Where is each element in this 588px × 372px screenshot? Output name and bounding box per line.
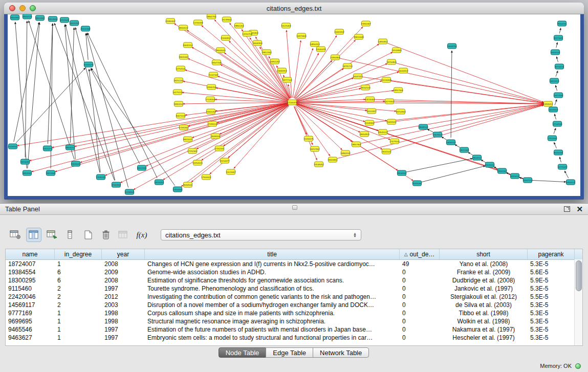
- network-canvas[interactable]: 1724047618563921185641239652441185140049…: [8, 14, 580, 196]
- table-row[interactable]: 2242004622012Investigating the contribut…: [6, 293, 582, 301]
- graph-node[interactable]: 15894102: [446, 140, 456, 145]
- column-header-name[interactable]: name: [6, 249, 55, 259]
- column-header-in_degree[interactable]: in_degree: [55, 249, 102, 259]
- graph-node[interactable]: 18791713: [342, 63, 353, 69]
- graph-node[interactable]: 18648102: [418, 124, 428, 129]
- graph-node[interactable]: 19013442: [46, 170, 56, 176]
- graph-node[interactable]: 14153012: [548, 107, 558, 112]
- graph-node[interactable]: 18545122: [378, 129, 388, 135]
- graph-node[interactable]: 17162001: [214, 146, 225, 151]
- graph-node[interactable]: 16864102: [340, 150, 351, 156]
- graph-node[interactable]: 19743903: [391, 48, 402, 53]
- table-row[interactable]: 1872400712008Changes of HCN gene express…: [6, 260, 582, 268]
- window-titlebar[interactable]: citations_edges.txt: [4, 3, 584, 14]
- graph-node[interactable]: 17679107: [432, 132, 443, 137]
- graph-node[interactable]: 18044501: [397, 170, 407, 176]
- column-header-year[interactable]: year: [102, 249, 145, 259]
- zoom-window-button[interactable]: [30, 5, 36, 11]
- graph-node[interactable]: 20671133: [176, 113, 186, 118]
- graph-node[interactable]: 15134409: [381, 77, 391, 82]
- graph-node[interactable]: 19812302: [262, 50, 272, 55]
- graph-node[interactable]: 16463202: [334, 29, 344, 34]
- table-row[interactable]: 1830029562008Estimation of significance …: [6, 276, 582, 285]
- graph-node[interactable]: 18063801: [328, 157, 338, 162]
- graph-node[interactable]: 18251202: [173, 78, 184, 83]
- graph-node[interactable]: 12264058: [193, 20, 203, 25]
- graph-node[interactable]: 16139604: [222, 17, 232, 22]
- graph-node[interactable]: 18254201: [154, 180, 164, 185]
- graph-node[interactable]: 22048302: [364, 120, 375, 125]
- graph-node[interactable]: 15301202: [206, 109, 216, 114]
- graph-node[interactable]: 18420401: [179, 54, 189, 59]
- graph-node[interactable]: 21850307: [361, 21, 371, 26]
- graph-node[interactable]: 15123407: [226, 169, 236, 174]
- memory-status-icon[interactable]: [575, 363, 581, 369]
- table-row[interactable]: 977716911998Corpus callosum shape and si…: [6, 309, 582, 317]
- graph-node[interactable]: 9034501: [183, 182, 192, 187]
- table-scrollbar-thumb[interactable]: [576, 260, 582, 291]
- graph-node[interactable]: 16775022: [557, 164, 568, 169]
- graph-node[interactable]: 18044024: [215, 48, 226, 53]
- graph-node[interactable]: 18011021: [183, 137, 193, 142]
- graph-node[interactable]: 19099202: [210, 134, 221, 139]
- graph-node[interactable]: 9612355: [137, 165, 146, 170]
- graph-node[interactable]: 22060814: [221, 35, 231, 40]
- graph-node[interactable]: 14275122: [172, 90, 183, 95]
- graph-node[interactable]: 18564123: [22, 14, 32, 19]
- minimize-window-button[interactable]: [19, 5, 26, 11]
- graph-node[interactable]: 21247447: [208, 72, 219, 77]
- graph-node[interactable]: 9245033: [554, 150, 563, 155]
- graph-node[interactable]: 19055022: [71, 161, 81, 166]
- graph-node[interactable]: 18610049: [354, 34, 364, 39]
- graph-node[interactable]: 14850812: [378, 39, 388, 44]
- graph-node[interactable]: 9154201: [557, 21, 567, 26]
- table-row[interactable]: 1456911722003Disruption of a novel membe…: [6, 301, 582, 309]
- graph-node[interactable]: 9274413: [555, 64, 564, 69]
- graph-node[interactable]: 15510102: [42, 146, 53, 151]
- graph-node[interactable]: 9245012: [510, 173, 519, 179]
- graph-node[interactable]: 18563921: [10, 15, 20, 20]
- column-header-title[interactable]: title: [145, 249, 400, 259]
- graph-node[interactable]: 20531942: [80, 26, 91, 31]
- graph-node[interactable]: 18554913: [359, 132, 369, 137]
- graph-node[interactable]: 18957504: [393, 87, 403, 93]
- graph-node[interactable]: 19448794: [447, 43, 457, 49]
- graph-node[interactable]: 15958412: [543, 101, 553, 106]
- graph-node[interactable]: 12254703: [242, 31, 252, 36]
- graph-node[interactable]: 10973403: [296, 33, 307, 38]
- graph-node[interactable]: 9454301: [23, 170, 32, 176]
- graph-node[interactable]: 17504022: [201, 174, 211, 180]
- graph-node[interactable]: 18777102: [282, 77, 292, 82]
- graph-node[interactable]: 13216402: [365, 97, 375, 102]
- table-selector-dropdown[interactable]: citations_edges.txt ▲▼: [161, 229, 361, 240]
- new-table-icon[interactable]: [81, 228, 95, 242]
- table-row[interactable]: 946362711997Embryonic stem cells: a mode…: [6, 334, 582, 342]
- graph-node[interactable]: 22084402: [165, 18, 176, 24]
- graph-node[interactable]: 19861204: [234, 23, 244, 28]
- graph-node[interactable]: 17240476: [287, 100, 297, 105]
- graph-node[interactable]: 20165073: [83, 62, 94, 67]
- table-row[interactable]: 911546021997Tourette syndrome. Phenomeno…: [6, 285, 582, 293]
- graph-node[interactable]: 15413044: [553, 93, 563, 98]
- tab-edge-table[interactable]: Edge Table: [266, 347, 313, 358]
- graph-node[interactable]: 15184575: [303, 136, 314, 141]
- graph-node[interactable]: 17090114: [207, 121, 217, 126]
- graph-node[interactable]: 19245012: [485, 162, 495, 167]
- graph-node[interactable]: 18342002: [497, 168, 507, 173]
- graph-node[interactable]: 19148452: [314, 162, 324, 167]
- graph-node[interactable]: 22040478: [316, 47, 326, 52]
- graph-node[interactable]: 17554402: [172, 187, 183, 192]
- graph-node[interactable]: 17079102: [389, 139, 400, 144]
- graph-node[interactable]: 16047427: [353, 74, 363, 79]
- graph-node[interactable]: 16961262: [270, 59, 280, 64]
- panel-resize-grip[interactable]: [292, 205, 297, 210]
- graph-node[interactable]: 9450012: [566, 180, 575, 185]
- graph-node[interactable]: 18514004: [48, 16, 58, 21]
- column-header-out_degree[interactable]: △out_de…: [400, 249, 440, 259]
- table-row[interactable]: 946554611997Estimation of the future num…: [6, 325, 582, 334]
- merge-table-icon[interactable]: [117, 228, 131, 242]
- graph-node[interactable]: 16640910: [252, 40, 263, 46]
- graph-node[interactable]: 18842764: [206, 14, 216, 19]
- graph-node[interactable]: 19857904: [351, 142, 361, 147]
- graph-node[interactable]: 16342102: [522, 178, 533, 183]
